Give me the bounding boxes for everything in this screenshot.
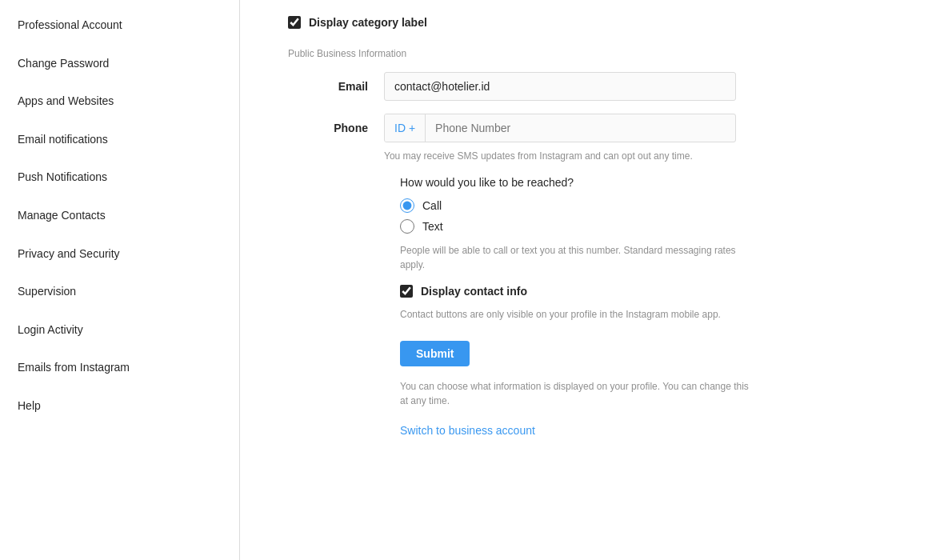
phone-number-input[interactable] bbox=[426, 114, 735, 142]
main-content: Display category label Public Business I… bbox=[240, 0, 936, 560]
email-label: Email bbox=[288, 72, 384, 93]
sidebar-item-professional-account[interactable]: Professional Account bbox=[0, 6, 239, 45]
text-radio[interactable] bbox=[400, 219, 414, 234]
text-label: Text bbox=[422, 220, 443, 233]
phone-row: Phone ID + You may receive SMS updates f… bbox=[288, 114, 888, 163]
phone-label: Phone bbox=[288, 114, 384, 134]
sidebar-item-apps-and-websites[interactable]: Apps and Websites bbox=[0, 82, 239, 121]
submit-button[interactable]: Submit bbox=[400, 341, 470, 366]
sidebar-item-email-notifications[interactable]: Email notifications bbox=[0, 121, 239, 159]
email-input[interactable] bbox=[384, 72, 736, 101]
reach-section: How would you like to be reached? Call T… bbox=[400, 176, 888, 437]
messaging-note: People will be able to call or text you … bbox=[400, 243, 752, 272]
phone-country-selector[interactable]: ID + bbox=[385, 114, 426, 142]
sidebar-item-supervision[interactable]: Supervision bbox=[0, 273, 239, 311]
sidebar: Professional AccountChange PasswordApps … bbox=[0, 0, 240, 560]
display-category-label: Display category label bbox=[309, 16, 427, 29]
section-title: Public Business Information bbox=[288, 48, 888, 59]
email-row: Email bbox=[288, 72, 888, 101]
sidebar-item-push-notifications[interactable]: Push Notifications bbox=[0, 158, 239, 197]
display-contact-checkbox[interactable] bbox=[400, 285, 413, 298]
reach-question: How would you like to be reached? bbox=[400, 176, 888, 189]
email-input-wrap bbox=[384, 72, 888, 101]
contact-note: Contact buttons are only visible on your… bbox=[400, 307, 752, 322]
info-text: You can choose what information is displ… bbox=[400, 379, 752, 408]
sidebar-item-change-password[interactable]: Change Password bbox=[0, 45, 239, 83]
phone-input-wrap: ID + You may receive SMS updates from In… bbox=[384, 114, 888, 163]
display-category-row: Display category label bbox=[288, 16, 888, 29]
call-label: Call bbox=[422, 199, 442, 212]
text-radio-row: Text bbox=[400, 219, 888, 234]
call-radio-row: Call bbox=[400, 198, 888, 213]
display-contact-row: Display contact info bbox=[400, 285, 888, 298]
sidebar-item-privacy-and-security[interactable]: Privacy and Security bbox=[0, 235, 239, 274]
display-contact-label: Display contact info bbox=[421, 285, 527, 298]
display-category-checkbox[interactable] bbox=[288, 16, 301, 29]
call-radio[interactable] bbox=[400, 198, 414, 213]
sidebar-item-manage-contacts[interactable]: Manage Contacts bbox=[0, 197, 239, 235]
phone-input-container: ID + bbox=[384, 114, 736, 142]
form-section: Display category label Public Business I… bbox=[288, 0, 888, 437]
sidebar-item-help[interactable]: Help bbox=[0, 387, 239, 426]
sidebar-item-emails-from-instagram[interactable]: Emails from Instagram bbox=[0, 349, 239, 387]
contact-method-group: Call Text bbox=[400, 198, 888, 234]
switch-to-business-link[interactable]: Switch to business account bbox=[400, 424, 535, 437]
sms-helper-text: You may receive SMS updates from Instagr… bbox=[384, 149, 736, 163]
sidebar-item-login-activity[interactable]: Login Activity bbox=[0, 311, 239, 350]
